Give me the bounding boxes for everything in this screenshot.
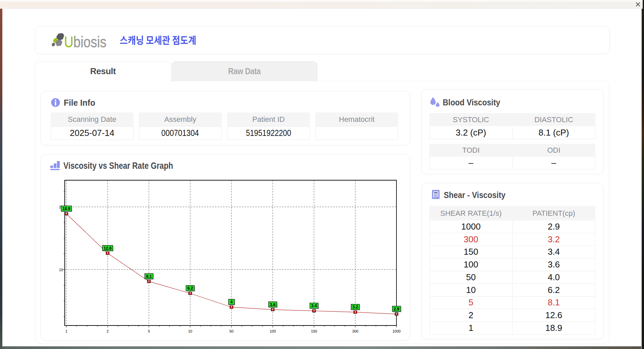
svg-text:2.9: 2.9 — [394, 307, 399, 311]
svg-text:5: 5 — [148, 329, 150, 333]
svg-text:300: 300 — [352, 329, 358, 333]
svg-text:3.6: 3.6 — [270, 302, 276, 307]
svg-text:1000: 1000 — [392, 329, 400, 333]
svg-text:1: 1 — [65, 329, 67, 333]
svg-text:50: 50 — [229, 329, 233, 333]
svg-text:150: 150 — [311, 329, 317, 333]
svg-text:4: 4 — [230, 300, 233, 304]
svg-text:12.6: 12.6 — [104, 246, 112, 251]
svg-text:18.9: 18.9 — [62, 206, 70, 211]
svg-text:100: 100 — [270, 329, 276, 333]
svg-text:8.1: 8.1 — [146, 274, 152, 279]
svg-text:3.4: 3.4 — [311, 303, 317, 308]
svg-text:3.2: 3.2 — [353, 305, 358, 309]
svg-text:2: 2 — [107, 329, 109, 333]
svg-text:6.2: 6.2 — [187, 286, 193, 291]
svg-text:10: 10 — [188, 329, 192, 333]
svg-text:10: 10 — [59, 268, 63, 272]
